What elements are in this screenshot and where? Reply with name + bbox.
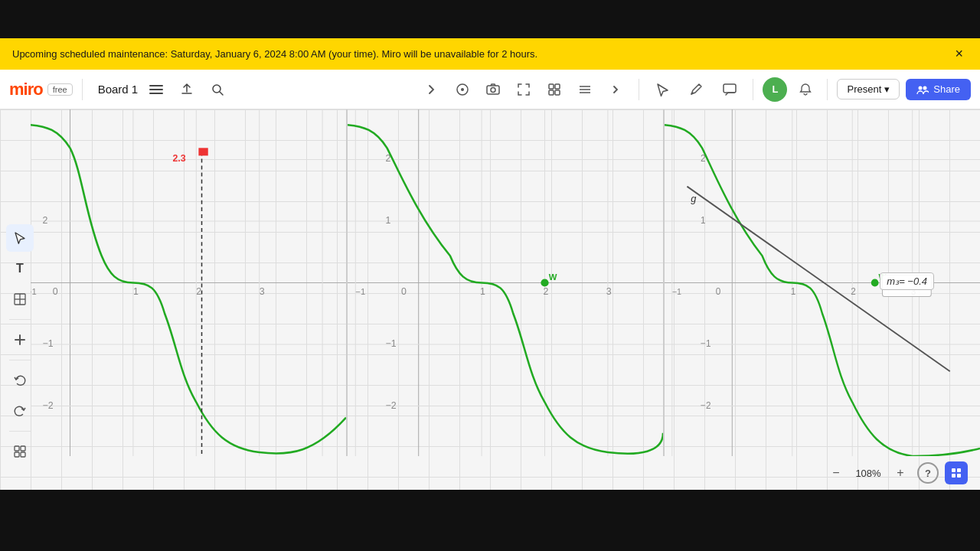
share-label: Share — [933, 83, 960, 95]
frames-icon — [547, 82, 562, 97]
camera-icon — [485, 82, 501, 97]
menu-icon — [149, 83, 163, 96]
logo-area: miro free — [9, 80, 73, 99]
select-tool-button[interactable] — [648, 76, 676, 103]
svg-text:−1: −1 — [701, 338, 711, 349]
svg-text:2: 2 — [851, 285, 856, 296]
svg-rect-11 — [549, 90, 554, 95]
share-users-icon — [916, 83, 929, 96]
graph-panel-2[interactable]: 1 2 3 0 1 −1 −2 2 −1 W — [348, 109, 665, 456]
undo-button[interactable] — [6, 367, 34, 394]
bottom-bar: − 108% + ? — [0, 456, 980, 490]
cursor-tool-icon — [13, 231, 27, 245]
board-title[interactable]: Board 1 — [98, 83, 139, 96]
notification-button[interactable] — [793, 77, 818, 102]
camera-button[interactable] — [479, 76, 507, 103]
table-tool-button[interactable] — [6, 285, 34, 313]
zoom-out-button[interactable]: − — [825, 462, 847, 484]
graph-container: 1 2 3 0 1 0 −1 −2 2 −1 — [31, 109, 980, 456]
right-toolbar: L Present ▾ Share — [648, 76, 971, 103]
export-icon — [180, 83, 194, 96]
svg-text:2: 2 — [196, 286, 201, 297]
svg-rect-25 — [21, 446, 25, 451]
maintenance-banner: Upcoming scheduled maintenance: Saturday… — [0, 38, 980, 70]
zoom-minus-icon: − — [832, 466, 839, 480]
help-button[interactable]: ? — [917, 462, 939, 484]
undo-icon — [13, 373, 27, 387]
share-button[interactable]: Share — [906, 79, 971, 100]
svg-text:1: 1 — [385, 215, 390, 226]
svg-text:0: 0 — [53, 286, 58, 297]
svg-text:0: 0 — [401, 286, 407, 297]
arrow-forward-button[interactable] — [418, 76, 446, 103]
graph-svg-1: 1 2 3 0 1 0 −1 −2 2 −1 — [31, 109, 346, 456]
svg-rect-1 — [149, 89, 163, 90]
svg-text:3: 3 — [606, 286, 612, 297]
miro-logo[interactable]: miro — [9, 80, 43, 99]
svg-text:3: 3 — [260, 286, 265, 297]
fullscreen-button[interactable] — [510, 76, 537, 103]
frames-button[interactable] — [541, 76, 568, 103]
more-tools-icon — [608, 82, 623, 97]
svg-rect-52 — [198, 148, 207, 155]
graph-panel-1[interactable]: 1 2 3 0 1 0 −1 −2 2 −1 — [31, 109, 348, 456]
help-icon: ? — [925, 468, 931, 479]
svg-text:−1: −1 — [42, 338, 53, 349]
present-button[interactable]: Present ▾ — [837, 79, 900, 99]
svg-rect-24 — [15, 446, 19, 451]
export-button[interactable] — [175, 77, 199, 102]
add-tool-button[interactable] — [6, 326, 34, 354]
canvas-area[interactable]: T — [0, 109, 980, 490]
table-tool-icon — [13, 292, 27, 306]
timer-button[interactable] — [449, 76, 476, 103]
svg-text:−1: −1 — [355, 287, 365, 296]
user-avatar-button[interactable]: L — [763, 77, 787, 102]
left-divider-3 — [9, 431, 31, 432]
svg-rect-9 — [549, 84, 554, 89]
pen-tool-button[interactable] — [682, 76, 710, 103]
bell-icon — [799, 83, 812, 96]
present-chevron: ▾ — [884, 83, 890, 95]
pen-icon — [688, 82, 704, 97]
zoom-plus-icon: + — [897, 466, 903, 480]
svg-text:1: 1 — [480, 286, 485, 297]
zoom-level-display: 108% — [853, 468, 884, 479]
comment-button[interactable] — [716, 76, 743, 103]
svg-text:−2: −2 — [42, 400, 53, 411]
more-tools-button[interactable] — [602, 76, 629, 103]
list-button[interactable] — [571, 76, 599, 103]
svg-point-18 — [923, 86, 927, 90]
svg-text:W: W — [549, 273, 557, 282]
banner-close-button[interactable]: × — [950, 44, 968, 64]
text-tool-button[interactable]: T — [6, 255, 34, 282]
menu-button[interactable] — [144, 77, 168, 102]
graph-panel-3[interactable]: 1 2 3 0 −1 1 −1 −2 2 g — [665, 109, 980, 456]
banner-text: Upcoming scheduled maintenance: Saturday… — [12, 48, 537, 60]
svg-text:1: 1 — [701, 215, 706, 226]
redo-button[interactable] — [6, 397, 34, 425]
svg-rect-100 — [952, 474, 956, 478]
graph-svg-2: 1 2 3 0 1 −1 −2 2 −1 W — [348, 109, 663, 456]
left-divider-2 — [9, 360, 31, 360]
timer-icon — [455, 82, 470, 97]
svg-text:2: 2 — [42, 215, 47, 226]
svg-line-4 — [220, 92, 223, 95]
svg-rect-12 — [555, 90, 560, 95]
svg-text:−2: −2 — [701, 399, 711, 410]
svg-rect-10 — [555, 84, 560, 89]
search-icon — [211, 83, 224, 96]
svg-point-95 — [871, 279, 879, 286]
expand-button[interactable] — [945, 461, 968, 484]
search-button[interactable] — [205, 77, 230, 102]
center-toolbar — [418, 76, 629, 103]
svg-text:2.3: 2.3 — [172, 154, 185, 165]
svg-rect-0 — [149, 85, 163, 86]
zoom-in-button[interactable]: + — [890, 462, 911, 484]
cursor-tool-button[interactable] — [6, 224, 34, 252]
svg-point-17 — [919, 86, 923, 90]
svg-point-6 — [461, 88, 464, 91]
svg-text:−2: −2 — [385, 400, 396, 411]
arrow-forward-icon — [424, 82, 439, 97]
slope-value: m₃= −0.4 — [887, 276, 927, 287]
avatar-initials: L — [773, 83, 779, 95]
